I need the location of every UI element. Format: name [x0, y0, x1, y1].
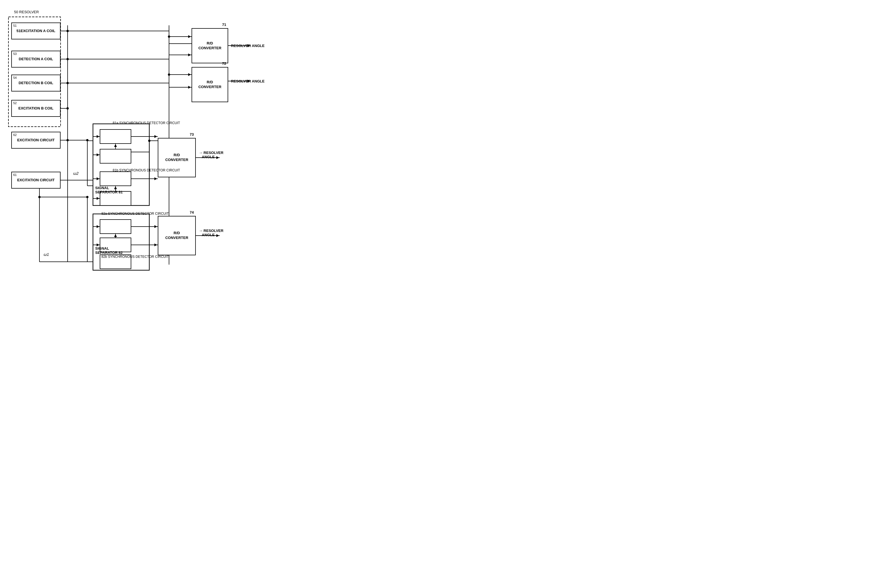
rd74-label: R/DCONVERTER — [165, 231, 189, 240]
resolver-angle-74: → RESOLVER ANGLE — [199, 228, 223, 237]
detection-b-id: 54 — [13, 76, 16, 80]
excitation-a-id: 51 — [13, 24, 16, 28]
detection-a-id: 53 — [13, 52, 16, 56]
detection-b-coil-block: 54 DETECTION B COIL — [11, 75, 61, 91]
resolver-angle-72: RESOLVER ANGLE — [231, 79, 265, 83]
excitation-b-id: 52 — [13, 101, 16, 105]
svg-rect-30 — [100, 130, 131, 143]
resolver-angle-73: → RESOLVER ANGLE — [199, 151, 223, 159]
svg-point-76 — [38, 196, 40, 198]
rd71-label: R/DCONVERTER — [198, 41, 221, 51]
svg-rect-34 — [100, 219, 131, 234]
svg-point-65 — [66, 30, 69, 32]
detection-a-label: DETECTION A COIL — [19, 57, 53, 62]
excitation-b-label: EXCITATION B COIL — [18, 106, 53, 111]
signal-sep-81-label: SIGNALSEPARATOR 81 — [95, 186, 123, 194]
rd71-id: 71 — [222, 22, 226, 27]
svg-point-67 — [66, 82, 69, 84]
omega2-label: ω2 — [73, 171, 79, 176]
excitation-a-coil-block: 51 51 EXCITATION A COIL — [11, 22, 61, 39]
rd72-id: 72 — [222, 61, 226, 66]
excitation-61-id: 61 — [13, 173, 16, 177]
rd-converter-74-block: 74 R/DCONVERTER — [158, 216, 196, 255]
diagram-container: 50 RESOLVER 51 51 EXCITATION A COIL 53 D… — [0, 0, 436, 294]
sync-82a-label: 82a SYNCHRONOUS DETECTOR CIRCUIT — [102, 212, 169, 216]
rd74-id: 74 — [190, 210, 194, 215]
detection-b-label: DETECTION B COIL — [19, 81, 53, 85]
excitation-a-label: EXCITATION A COIL — [21, 29, 55, 33]
sync-82b-label: 82b SYNCHRONOUS DETECTOR CIRCUIT — [102, 255, 169, 259]
excitation-circuit-61-label: EXCITATION CIRCUIT — [17, 178, 55, 183]
svg-point-66 — [66, 58, 69, 60]
sync-81a-label: 81a SYNCHRONOUS DETECTOR CIRCUIT — [113, 121, 180, 125]
rd73-label: R/DCONVERTER — [165, 153, 189, 163]
rd73-id: 73 — [190, 132, 194, 137]
resolver-label: 50 RESOLVER — [14, 10, 39, 14]
excitation-circuit-62-block: 62 EXCITATION CIRCUIT — [11, 132, 61, 149]
omega1-label: ω1 — [44, 252, 49, 257]
svg-marker-58 — [154, 243, 157, 246]
svg-rect-32 — [100, 172, 131, 186]
rd72-label: R/DCONVERTER — [198, 80, 221, 90]
detection-a-coil-block: 53 DETECTION A COIL — [11, 51, 61, 67]
signal-sep-82-label: SIGNALSEPARATOR 82 — [95, 246, 123, 255]
svg-rect-31 — [100, 149, 131, 163]
svg-point-68 — [66, 107, 69, 109]
rd-converter-71-block: 71 R/DCONVERTER — [192, 28, 228, 63]
resolver-angle-71: RESOLVER ANGLE — [231, 43, 265, 48]
rd-converter-72-block: 72 R/DCONVERTER — [192, 67, 228, 102]
sync-81b-label: 81b SYNCHRONOUS DETECTOR CIRCUIT — [113, 168, 180, 172]
excitation-62-id: 62 — [13, 133, 16, 137]
excitation-circuit-62-label: EXCITATION CIRCUIT — [17, 138, 55, 143]
excitation-circuit-61-block: 61 EXCITATION CIRCUIT — [11, 172, 61, 189]
excitation-b-coil-block: 52 EXCITATION B COIL — [11, 100, 61, 117]
